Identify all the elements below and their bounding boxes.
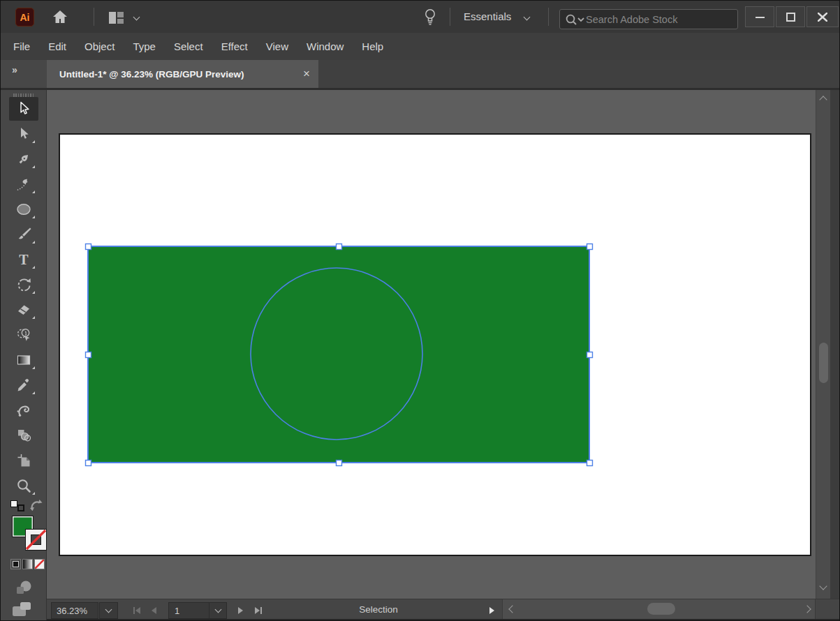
menu-effect[interactable]: Effect: [212, 33, 257, 60]
menu-edit[interactable]: Edit: [39, 33, 75, 60]
default-stroke-swatch-icon: [17, 504, 24, 511]
close-icon: [818, 13, 827, 22]
paintbrush-tool[interactable]: [9, 223, 38, 246]
gradient-tool-icon: [15, 352, 32, 368]
maximize-button[interactable]: [776, 6, 805, 27]
stock-search-box[interactable]: [559, 9, 738, 29]
paintbrush-tool-icon: [15, 226, 32, 243]
maximize-icon: [786, 13, 795, 22]
symbols-tool-icon: [15, 427, 32, 444]
canvas-pasteboard[interactable]: [47, 90, 840, 599]
eyedropper-tool[interactable]: [9, 373, 38, 397]
none-slash-icon: [35, 560, 44, 569]
workspace-switcher[interactable]: Essentials: [464, 10, 511, 22]
next-artboard-button[interactable]: [238, 604, 243, 617]
selection-handle[interactable]: [337, 244, 342, 250]
type-tool[interactable]: T: [9, 248, 38, 271]
pen-tool-icon: [15, 151, 32, 167]
home-icon-glyph: [52, 9, 68, 24]
gradient-tool[interactable]: [9, 348, 38, 372]
tab-close-icon[interactable]: ×: [303, 67, 310, 81]
close-button[interactable]: [806, 6, 839, 27]
chevron-down-icon: [105, 606, 112, 613]
app-logo-icon[interactable]: Ai: [15, 8, 34, 27]
search-input[interactable]: [586, 14, 719, 25]
default-fill-swatch-icon: [10, 500, 17, 507]
artboard-dropdown-button[interactable]: [209, 602, 227, 619]
previous-artboard-button[interactable]: [152, 604, 156, 617]
titlebar-separator: [548, 8, 549, 26]
right-edge-panel-strip: [830, 90, 840, 599]
menu-type[interactable]: Type: [124, 33, 165, 60]
status-panel-expand-button[interactable]: [489, 604, 494, 617]
puppet-warp-tool[interactable]: [9, 398, 38, 422]
menu-object[interactable]: Object: [75, 33, 124, 60]
symbols-tool[interactable]: [9, 424, 38, 447]
type-tool-icon: T: [19, 252, 28, 268]
triangle-left-icon: [152, 607, 156, 614]
swap-fill-stroke-icon[interactable]: [30, 500, 43, 511]
direct-selection-tool[interactable]: [9, 122, 38, 146]
lightbulb-glyph: [423, 8, 437, 27]
workspace-chevron-icon[interactable]: [524, 14, 531, 21]
none-slash-icon: [26, 530, 46, 550]
ellipse-tool[interactable]: [9, 197, 38, 221]
status-tool-label: Selection: [277, 604, 480, 615]
vertical-scrollbar[interactable]: [816, 90, 830, 599]
selection-handle[interactable]: [86, 461, 91, 466]
scroll-down-icon[interactable]: [819, 582, 827, 590]
selection-overlay: [47, 90, 840, 599]
default-fill-stroke-button[interactable]: [10, 500, 24, 511]
selection-handle[interactable]: [587, 244, 593, 250]
horizontal-scrollbar-thumb[interactable]: [647, 603, 675, 615]
document-tab[interactable]: Untitled-1* @ 36.23% (RGB/GPU Preview) ×: [47, 60, 318, 88]
document-tab-title: Untitled-1* @ 36.23% (RGB/GPU Preview): [59, 69, 244, 80]
curvature-tool[interactable]: [9, 172, 38, 196]
selection-handle[interactable]: [86, 352, 91, 358]
artboard-number-field[interactable]: 1: [168, 602, 209, 619]
zoom-tool[interactable]: [9, 474, 38, 497]
artboard-number-value: 1: [175, 606, 179, 616]
first-artboard-button[interactable]: [133, 604, 140, 617]
scroll-up-icon[interactable]: [819, 96, 827, 103]
artboard-tool[interactable]: [9, 449, 38, 472]
drawing-modes-icon[interactable]: [14, 580, 34, 597]
menu-file[interactable]: File: [4, 33, 39, 60]
selection-tool[interactable]: [9, 97, 38, 121]
color-mode-button[interactable]: [10, 559, 21, 569]
selection-handle[interactable]: [587, 461, 593, 466]
menu-view[interactable]: View: [257, 33, 297, 60]
shape-builder-tool[interactable]: [9, 323, 38, 347]
menu-help[interactable]: Help: [353, 33, 392, 60]
stroke-color-swatch[interactable]: [25, 529, 47, 551]
arrange-documents-icon[interactable]: [106, 10, 127, 24]
titlebar-separator: [450, 8, 450, 26]
discover-lightbulb-icon[interactable]: [422, 7, 438, 27]
eraser-tool[interactable]: [9, 298, 38, 322]
menu-window[interactable]: Window: [297, 33, 353, 60]
horizontal-scrollbar[interactable]: [502, 599, 815, 619]
home-icon[interactable]: [51, 8, 69, 25]
toolbar-collapse-button[interactable]: »: [1, 60, 47, 88]
selection-handle[interactable]: [86, 244, 91, 250]
titlebar: Ai Essentials: [1, 1, 840, 33]
statusbar: 36.23% 1 Selection: [47, 599, 840, 621]
selection-handle[interactable]: [337, 461, 342, 466]
selection-handle[interactable]: [587, 352, 593, 358]
none-mode-button[interactable]: [34, 559, 45, 569]
menu-select[interactable]: Select: [165, 33, 212, 60]
screen-mode-icon[interactable]: [12, 601, 34, 619]
vertical-scrollbar-thumb[interactable]: [819, 343, 828, 383]
pen-tool[interactable]: [9, 147, 38, 171]
scroll-left-icon[interactable]: [508, 605, 516, 613]
zoom-level-field[interactable]: 36.23%: [51, 602, 98, 619]
scrollbar-corner: [815, 599, 840, 619]
zoom-level-dropdown-button[interactable]: [99, 602, 118, 619]
minimize-button[interactable]: [745, 6, 774, 27]
scroll-right-icon[interactable]: [803, 605, 811, 613]
rotate-tool[interactable]: [9, 273, 38, 297]
arrange-documents-chevron-icon[interactable]: [133, 14, 140, 21]
gradient-mode-button[interactable]: [22, 559, 33, 569]
last-artboard-button[interactable]: [255, 604, 262, 617]
selected-rectangle[interactable]: [88, 246, 589, 463]
